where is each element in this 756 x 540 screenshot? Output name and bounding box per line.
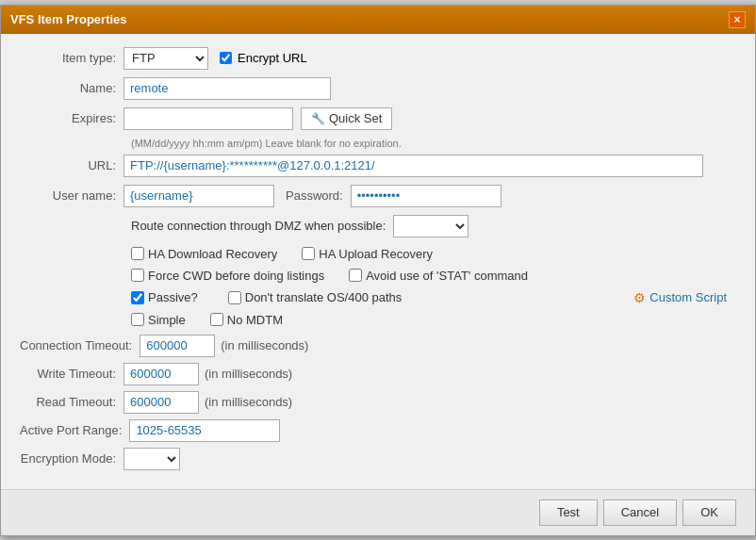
custom-script-button[interactable]: ⚙ Custom Script bbox=[633, 290, 727, 305]
ha-download-checkbox[interactable] bbox=[131, 247, 144, 260]
no-translate-label[interactable]: Don't translate OS/400 paths bbox=[245, 290, 403, 304]
close-button[interactable]: × bbox=[729, 11, 746, 28]
expires-note: (MM/dd/yyyy hh:mm am/pm) Leave blank for… bbox=[131, 138, 736, 149]
dialog-title: VFS Item Properties bbox=[10, 12, 127, 26]
ha-recovery-group: HA Download Recovery HA Upload Recovery bbox=[131, 247, 736, 261]
expires-input[interactable] bbox=[123, 107, 293, 130]
expires-row: Expires: 🔧 Quick Set bbox=[20, 107, 736, 130]
vfs-dialog: VFS Item Properties × Item type: FTP Enc… bbox=[0, 5, 756, 536]
item-type-row: Item type: FTP Encrypt URL bbox=[20, 47, 736, 70]
encrypt-url-check-group: Encrypt URL bbox=[220, 51, 307, 65]
read-timeout-input[interactable] bbox=[123, 391, 199, 414]
name-label: Name: bbox=[20, 81, 123, 95]
force-cwd-label[interactable]: Force CWD before doing listings bbox=[148, 269, 324, 283]
conn-timeout-label: Connection Timeout: bbox=[20, 338, 140, 352]
form-content: Item type: FTP Encrypt URL Name: Expires… bbox=[1, 34, 755, 489]
gear-icon: ⚙ bbox=[633, 290, 646, 305]
ha-upload-checkbox[interactable] bbox=[302, 247, 315, 260]
port-range-input[interactable] bbox=[129, 419, 280, 442]
read-timeout-row: Read Timeout: (in milliseconds) bbox=[20, 391, 736, 414]
no-mdtm-item: No MDTM bbox=[210, 313, 283, 327]
encryption-mode-row: Encryption Mode: bbox=[20, 448, 736, 470]
quick-set-button[interactable]: 🔧 Quick Set bbox=[301, 107, 392, 130]
no-translate-checkbox[interactable] bbox=[228, 291, 241, 304]
wrench-icon: 🔧 bbox=[311, 112, 325, 125]
url-input[interactable] bbox=[123, 155, 703, 177]
dmz-row: Route connection through DMZ when possib… bbox=[131, 215, 736, 237]
no-translate-item: Don't translate OS/400 paths bbox=[228, 290, 403, 304]
passive-label[interactable]: Passive? bbox=[148, 290, 198, 304]
cancel-button[interactable]: Cancel bbox=[603, 499, 677, 526]
passive-checkbox[interactable] bbox=[131, 291, 144, 304]
dmz-label: Route connection through DMZ when possib… bbox=[131, 219, 386, 233]
avoid-stat-label[interactable]: Avoid use of 'STAT' command bbox=[366, 269, 528, 283]
port-range-row: Active Port Range: bbox=[20, 419, 736, 442]
read-timeout-label: Read Timeout: bbox=[20, 395, 123, 409]
url-row: URL: bbox=[20, 155, 736, 177]
write-timeout-input[interactable] bbox=[123, 363, 199, 385]
name-row: Name: bbox=[20, 77, 736, 100]
passive-item: Passive? bbox=[131, 290, 198, 304]
ok-button[interactable]: OK bbox=[682, 499, 736, 526]
conn-timeout-input[interactable] bbox=[140, 335, 215, 357]
avoid-stat-item: Avoid use of 'STAT' command bbox=[349, 269, 528, 283]
custom-script-label: Custom Script bbox=[649, 290, 727, 304]
read-timeout-ms: (in milliseconds) bbox=[205, 395, 292, 409]
write-timeout-row: Write Timeout: (in milliseconds) bbox=[20, 363, 736, 385]
conn-timeout-row: Connection Timeout: (in milliseconds) bbox=[20, 335, 736, 357]
item-type-select[interactable]: FTP bbox=[123, 47, 208, 70]
encryption-mode-select[interactable] bbox=[123, 448, 180, 470]
title-bar: VFS Item Properties × bbox=[1, 6, 755, 34]
no-mdtm-label[interactable]: No MDTM bbox=[227, 313, 283, 327]
encrypt-url-checkbox[interactable] bbox=[220, 52, 232, 64]
test-button[interactable]: Test bbox=[539, 499, 598, 526]
no-mdtm-checkbox[interactable] bbox=[210, 313, 223, 326]
ha-upload-label[interactable]: HA Upload Recovery bbox=[319, 247, 433, 261]
password-label: Password: bbox=[286, 188, 343, 203]
url-label: URL: bbox=[20, 158, 123, 172]
write-timeout-ms: (in milliseconds) bbox=[205, 367, 292, 381]
quick-set-label: Quick Set bbox=[329, 111, 382, 125]
username-input[interactable] bbox=[123, 185, 274, 207]
item-type-label: Item type: bbox=[20, 51, 123, 65]
ha-download-label[interactable]: HA Download Recovery bbox=[148, 247, 277, 261]
credentials-row: User name: Password: bbox=[20, 185, 736, 207]
dialog-footer: Test Cancel OK bbox=[1, 489, 755, 535]
password-input[interactable] bbox=[351, 185, 501, 207]
name-input[interactable] bbox=[123, 77, 331, 100]
ha-download-item: HA Download Recovery bbox=[131, 247, 277, 261]
ha-upload-item: HA Upload Recovery bbox=[302, 247, 433, 261]
expires-label: Expires: bbox=[20, 111, 123, 125]
avoid-stat-checkbox[interactable] bbox=[349, 269, 362, 282]
force-cwd-item: Force CWD before doing listings bbox=[131, 269, 324, 283]
encryption-mode-label: Encryption Mode: bbox=[20, 451, 123, 466]
write-timeout-label: Write Timeout: bbox=[20, 367, 123, 381]
force-cwd-checkbox[interactable] bbox=[131, 269, 144, 282]
simple-mdtm-group: Simple No MDTM bbox=[131, 313, 736, 327]
dmz-select[interactable] bbox=[393, 215, 468, 237]
encrypt-url-label[interactable]: Encrypt URL bbox=[238, 51, 307, 65]
simple-item: Simple bbox=[131, 313, 186, 327]
simple-checkbox[interactable] bbox=[131, 313, 144, 326]
conn-timeout-ms: (in milliseconds) bbox=[221, 338, 308, 352]
passive-row: Passive? Don't translate OS/400 paths ⚙ … bbox=[131, 290, 736, 305]
simple-label[interactable]: Simple bbox=[148, 313, 186, 327]
port-range-label: Active Port Range: bbox=[20, 423, 129, 437]
ftp-options-group: Force CWD before doing listings Avoid us… bbox=[131, 269, 736, 283]
username-label: User name: bbox=[20, 188, 123, 203]
